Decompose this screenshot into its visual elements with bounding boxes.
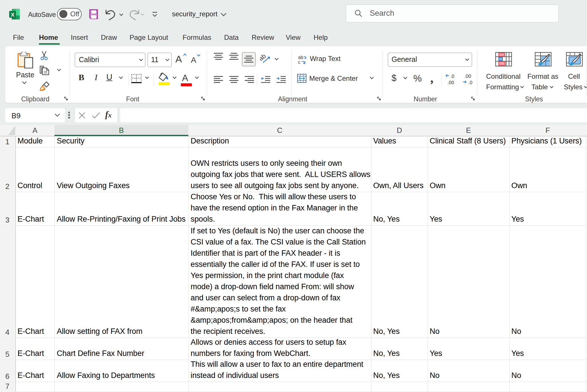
svg-text:.00: .00 <box>464 74 471 79</box>
svg-text:ab: ab <box>260 54 267 62</box>
svg-text:X: X <box>11 12 15 18</box>
svg-text:ab: ab <box>298 55 303 60</box>
svg-text:.00: .00 <box>447 80 454 85</box>
svg-text:.0: .0 <box>450 74 454 79</box>
svg-text:c: c <box>298 60 300 65</box>
svg-text:.0: .0 <box>468 80 472 85</box>
